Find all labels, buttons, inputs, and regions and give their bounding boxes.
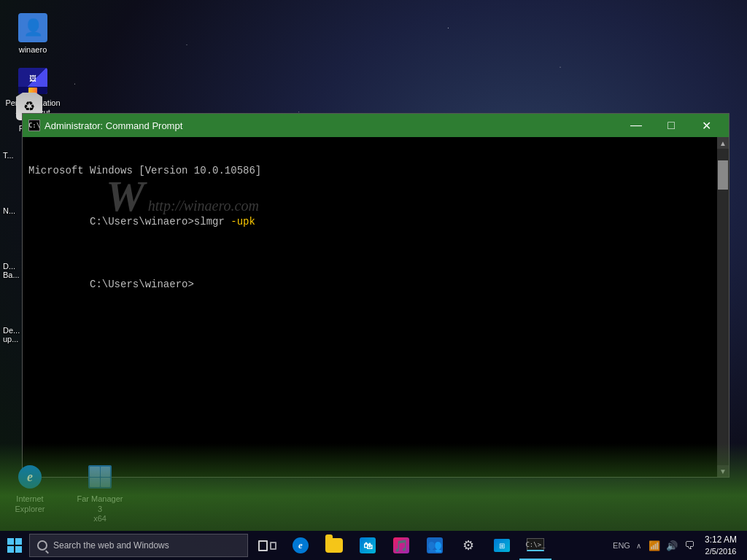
taskbar-items: e 🛍 🎵 👥 ⚙ ⊞ xyxy=(251,531,607,560)
clock-date: 2/5/2016 xyxy=(705,546,737,556)
winaero-icon: 👤 xyxy=(18,13,47,42)
bottom-desktop-icons: e InternetExplorer Far Manager 3x64 xyxy=(4,456,129,529)
remote-desktop-button[interactable]: ⊞ xyxy=(486,531,518,560)
language-tray-icon[interactable]: ENG xyxy=(611,531,632,560)
cmd-command: slmgr xyxy=(194,216,225,228)
cmd-line3: C:\Users\winaero> xyxy=(28,267,711,302)
system-tray: ENG ∧ 📶 🔊 🗨 3:12 AM 2/5/2016 xyxy=(607,531,747,560)
taskbar-search[interactable]: Search the web and Windows xyxy=(29,534,248,557)
cmd-scroll-thumb[interactable] xyxy=(718,160,728,190)
settings-icon: ⚙ xyxy=(462,537,474,553)
volume-tray-icon[interactable]: 🔊 xyxy=(664,531,680,560)
clock-time: 3:12 AM xyxy=(705,534,737,546)
cmd-prompt2: C:\Users\winaero> xyxy=(90,216,194,228)
cmd-scroll-up[interactable]: ▲ xyxy=(717,137,729,149)
file-explorer-icon xyxy=(325,538,343,553)
connect-icon: 👥 xyxy=(427,537,443,553)
desktop-icon-far[interactable]: Far Manager 3x64 xyxy=(71,456,129,529)
ie-icon: e xyxy=(18,465,42,489)
windows-logo-icon xyxy=(7,538,22,553)
cmd-line1: Microsoft Windows [Version 10.0.10586] xyxy=(28,165,711,176)
cmd-titlebar: C:\ Administrator: Command Prompt — □ ✕ xyxy=(23,114,729,137)
far-icon xyxy=(88,465,112,489)
task-view-button[interactable] xyxy=(251,531,283,560)
cmd-arg: -upk xyxy=(225,216,255,228)
cmd-window-title: Administrator: Command Prompt xyxy=(44,120,619,131)
network-tray-icon[interactable]: 📶 xyxy=(646,531,662,560)
settings-button[interactable]: ⚙ xyxy=(452,531,484,560)
cmd-window-controls: — □ ✕ xyxy=(619,114,723,137)
ie-label: InternetExplorer xyxy=(15,494,45,513)
remote-desktop-icon: ⊞ xyxy=(494,539,510,552)
store-icon: 🛍 xyxy=(360,537,376,553)
media-button[interactable]: 🎵 xyxy=(385,531,417,560)
cmd-window-icon: C:\ xyxy=(28,120,40,131)
task-view-icon xyxy=(258,540,276,551)
far-label: Far Manager 3x64 xyxy=(74,494,126,524)
cmd-scrollbar[interactable]: ▲ ▼ xyxy=(717,137,729,477)
search-placeholder: Search the web and Windows xyxy=(53,540,169,551)
cmd-prompt3: C:\Users\winaero> xyxy=(90,279,194,290)
clock-area[interactable]: 3:12 AM 2/5/2016 xyxy=(699,531,743,560)
connect-button[interactable]: 👥 xyxy=(419,531,451,560)
cmd-line2: C:\Users\winaero>slmgr -upk xyxy=(28,204,711,239)
cmd-content[interactable]: Microsoft Windows [Version 10.0.10586] C… xyxy=(23,137,717,477)
taskbar: Search the web and Windows e 🛍 xyxy=(0,531,747,560)
desktop-icon-winaero[interactable]: 👤 winaero xyxy=(0,7,66,61)
side-partial-icons: T... N... D...Ba... De...up... xyxy=(0,149,23,345)
start-button[interactable] xyxy=(0,531,29,560)
cmd-minimize-button[interactable]: — xyxy=(619,114,653,137)
cmd-taskbar-icon: C:\>_ xyxy=(527,538,544,551)
tray-overflow-button[interactable]: ∧ xyxy=(633,531,645,560)
store-button[interactable]: 🛍 xyxy=(352,531,384,560)
cmd-taskbar-button[interactable]: C:\>_ xyxy=(519,531,551,560)
search-icon xyxy=(37,540,47,551)
winaero-label: winaero xyxy=(19,45,47,55)
cmd-close-button[interactable]: ✕ xyxy=(689,114,723,137)
file-explorer-button[interactable] xyxy=(318,531,350,560)
cmd-maximize-button[interactable]: □ xyxy=(654,114,688,137)
desktop: 👤 winaero 🖼 Personalization - Shortcut ♻… xyxy=(0,0,747,560)
cmd-body[interactable]: Microsoft Windows [Version 10.0.10586] C… xyxy=(23,137,729,477)
desktop-icon-ie[interactable]: e InternetExplorer xyxy=(4,456,56,529)
cmd-scroll-down[interactable]: ▼ xyxy=(717,465,729,477)
cmd-window: C:\ Administrator: Command Prompt — □ ✕ … xyxy=(22,113,729,478)
notification-tray-icon[interactable]: 🗨 xyxy=(681,531,697,560)
edge-button[interactable]: e xyxy=(285,531,317,560)
media-icon: 🎵 xyxy=(393,537,409,553)
edge-icon: e xyxy=(293,537,309,553)
